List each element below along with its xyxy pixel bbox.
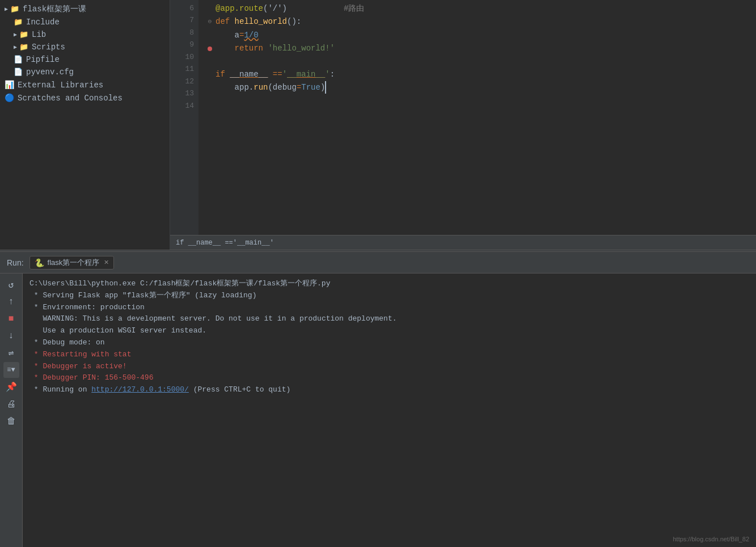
terminal-line-warn2: Use a production WSGI server instead. <box>29 325 749 337</box>
side-toolbar: ↺ ↑ ■ ↓ ⇌ ≡▼ 📌 🖨 🗑 <box>0 274 23 547</box>
code-text-12: app.run(debug=True) <box>216 81 756 94</box>
terminal-line-pin: * Debugger PIN: 156-500-496 <box>29 372 749 384</box>
sidebar-item-label: Scripts <box>32 43 65 52</box>
terminal-line-active: * Debugger is active! <box>29 361 749 373</box>
line-numbers: 6 7 8 9 10 11 12 13 14 <box>170 0 198 235</box>
folder-icon: 📁 <box>19 43 28 52</box>
code-lines[interactable]: @app.route('/')#路由 ⊖ def hello_world(): <box>198 0 756 235</box>
sidebar-item-scratches[interactable]: 🔵 Scratches and Consoles <box>0 91 170 104</box>
folder-icon: 📁 <box>19 30 28 39</box>
code-line-7: ⊖ def hello_world(): <box>204 15 756 28</box>
scroll-down-button[interactable]: ↓ <box>3 328 19 344</box>
sidebar-item-label: pyvenv.cfg <box>26 68 74 77</box>
editor: 6 7 8 9 10 11 12 13 14 @app.route('/')#路… <box>170 0 756 250</box>
sidebar-item-flask-first[interactable]: ▶ 📁 flask框架第一课 <box>0 2 170 16</box>
close-tab-icon[interactable]: ✕ <box>104 259 109 266</box>
rerun-button[interactable]: ↺ <box>3 277 19 293</box>
code-text-11: if __name__ =='__main__': <box>216 68 756 81</box>
python-icon: 🐍 <box>35 258 44 267</box>
arrow-icon: ▶ <box>14 44 17 51</box>
arrow-icon: ▶ <box>5 6 8 12</box>
code-line-10 <box>204 54 756 68</box>
code-text-9: return 'hello_world!' <box>216 42 756 54</box>
terminal-line-restart: * Restarting with stat <box>29 349 749 361</box>
fold-icon: ⊖ <box>208 17 212 27</box>
code-line-11: if __name__ =='__main__': <box>204 68 756 81</box>
gutter-7: ⊖ <box>204 17 216 27</box>
file-icon: 📄 <box>14 55 23 64</box>
scratch-icon: 🔵 <box>5 93 14 103</box>
top-section: ▶ 📁 flask框架第一课 📁 Include ▶ 📁 Lib ▶ 📁 Scr… <box>0 0 756 250</box>
sidebar-item-label: flask框架第一课 <box>23 4 86 14</box>
file-icon: 📄 <box>14 68 23 77</box>
terminal-line-env: * Environment: production <box>29 302 749 314</box>
folder-icon: 📁 <box>10 5 19 14</box>
pin-button[interactable]: 📌 <box>3 379 19 395</box>
code-line-8: a=1/0 <box>204 28 756 41</box>
terminal-line-serve: * Serving Flask app "flask第一个程序" (lazy l… <box>29 290 749 302</box>
code-line-13 <box>204 94 756 107</box>
terminal-line-debug: * Debug mode: on <box>29 337 749 349</box>
filter-button[interactable]: ≡▼ <box>3 362 19 378</box>
sidebar-item-include[interactable]: 📁 Include <box>0 16 170 28</box>
localhost-link[interactable]: http://127.0.0.1:5000/ <box>91 385 189 394</box>
folder-icon: 📁 <box>14 18 23 27</box>
print-button[interactable]: 🖨 <box>3 396 19 412</box>
stop-button[interactable]: ■ <box>3 311 19 327</box>
editor-footer: if __name__ =='__main__' <box>170 235 756 250</box>
terminal-line-warn1: WARNING: This is a development server. D… <box>29 313 749 325</box>
code-area[interactable]: 6 7 8 9 10 11 12 13 14 @app.route('/')#路… <box>170 0 756 235</box>
sidebar-item-lib[interactable]: ▶ 📁 Lib <box>0 28 170 41</box>
code-text-6: @app.route('/')#路由 <box>216 2 756 15</box>
run-header: Run: 🐍 flask第一个程序 ✕ <box>0 252 756 274</box>
sidebar-item-scripts[interactable]: ▶ 📁 Scripts <box>0 41 170 53</box>
code-text-8: a=1/0 <box>216 29 756 41</box>
sidebar-item-label: Pipfile <box>26 55 60 64</box>
sidebar-item-external-lib[interactable]: 📊 External Libraries <box>0 78 170 91</box>
sidebar-item-label: Lib <box>32 30 46 39</box>
arrow-icon: ▶ <box>14 31 17 38</box>
clear-button[interactable]: 🗑 <box>3 413 19 429</box>
terminal-output[interactable]: C:\Users\Bill\python.exe C:/flash框架/flas… <box>23 274 756 547</box>
run-body: ↺ ↑ ■ ↓ ⇌ ≡▼ 📌 🖨 🗑 C:\Users\Bill\python.… <box>0 274 756 547</box>
footer-text: if __name__ =='__main__' <box>176 239 274 247</box>
code-text-7: def hello_world(): <box>216 15 756 28</box>
terminal-line-cmd: C:\Users\Bill\python.exe C:/flash框架/flas… <box>29 278 749 290</box>
run-panel: Run: 🐍 flask第一个程序 ✕ ↺ ↑ ■ ↓ ⇌ ≡▼ 📌 🖨 🗑 C… <box>0 252 756 547</box>
run-tab[interactable]: 🐍 flask第一个程序 ✕ <box>29 256 115 270</box>
sidebar-item-label: External Libraries <box>18 81 103 90</box>
wrap-button[interactable]: ⇌ <box>3 345 19 361</box>
code-line-6: @app.route('/')#路由 <box>204 2 756 15</box>
run-label: Run: <box>7 258 24 267</box>
breakpoint-icon <box>208 47 212 51</box>
scroll-up-button[interactable]: ↑ <box>3 294 19 310</box>
code-line-12: app.run(debug=True) <box>204 81 756 94</box>
gutter-9 <box>204 45 216 51</box>
run-tab-label: flask第一个程序 <box>48 258 100 268</box>
code-line-9: return 'hello_world!' <box>204 41 756 54</box>
terminal-line-run: * Running on http://127.0.0.1:5000/ (Pre… <box>29 384 749 396</box>
sidebar-item-pipfile[interactable]: 📄 Pipfile <box>0 53 170 66</box>
sidebar: ▶ 📁 flask框架第一课 📁 Include ▶ 📁 Lib ▶ 📁 Scr… <box>0 0 170 250</box>
code-line-14 <box>204 107 756 120</box>
sidebar-item-label: Scratches and Consoles <box>18 94 123 103</box>
sidebar-item-label: Include <box>26 18 60 27</box>
ext-lib-icon: 📊 <box>5 80 14 90</box>
sidebar-item-pyvenv[interactable]: 📄 pyvenv.cfg <box>0 66 170 78</box>
watermark: https://blog.csdn.net/Bill_82 <box>673 536 749 542</box>
